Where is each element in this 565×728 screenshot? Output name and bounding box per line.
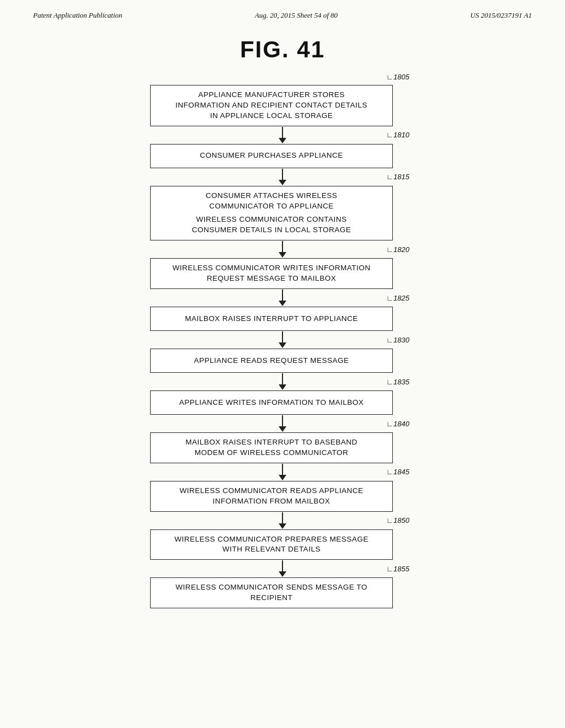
arrow-vertical-line xyxy=(282,241,283,252)
arrow-line xyxy=(279,331,286,348)
patent-page: Patent Application Publication Aug. 20, … xyxy=(0,0,565,728)
arrow-line xyxy=(279,241,286,258)
step-1855-wrapper: WIRELESS COMMUNICATOR SENDS MESSAGE TORE… xyxy=(150,577,415,608)
step-1830-wrapper: APPLIANCE READS REQUEST MESSAGE xyxy=(150,349,415,373)
arrow-line xyxy=(279,464,286,480)
step-1815-line2: WIRELESS COMMUNICATOR CONTAINSCONSUMER D… xyxy=(192,215,351,235)
step-number-1855: ∟1855 xyxy=(386,565,409,573)
step-1815-wrapper: CONSUMER ATTACHES WIRELESSCOMMUNICATOR T… xyxy=(150,186,415,241)
arrow-line xyxy=(279,169,286,185)
step-1810-wrapper: CONSUMER PURCHASES APPLIANCE xyxy=(150,144,415,168)
step-number-1835: ∟1835 xyxy=(386,378,409,386)
arrowhead xyxy=(279,301,286,306)
step-box-1815: CONSUMER ATTACHES WIRELESSCOMMUNICATOR T… xyxy=(150,186,393,241)
arrow-vertical-line xyxy=(282,373,283,384)
step-box-1835: APPLIANCE WRITES INFORMATION TO MAILBOX xyxy=(150,390,393,415)
step-number-1830: ∟1830 xyxy=(386,336,409,344)
label-area-1805: ∟1805 xyxy=(150,73,415,84)
arrow-vertical-line xyxy=(282,290,283,301)
arrow-1840-1845: ∟1845 xyxy=(150,463,415,481)
arrowhead xyxy=(279,426,286,432)
step-box-1850: WIRELESS COMMUNICATOR PREPARES MESSAGEWI… xyxy=(150,529,393,560)
arrow-1810-1815: ∟1815 xyxy=(150,168,415,186)
arrowhead xyxy=(279,384,286,390)
step-1840-wrapper: MAILBOX RAISES INTERRUPT TO BASEBANDMODE… xyxy=(150,432,415,463)
arrow-1835-1840: ∟1840 xyxy=(150,415,415,432)
arrow-vertical-line xyxy=(282,560,283,571)
step-box-1805: APPLIANCE MANUFACTURER STORESINFORMATION… xyxy=(150,85,393,126)
arrowhead xyxy=(279,342,286,348)
step-1815-line1: CONSUMER ATTACHES WIRELESSCOMMUNICATOR T… xyxy=(206,191,337,212)
arrow-line xyxy=(279,415,286,432)
arrow-1805-1810: ∟1810 xyxy=(150,126,415,144)
arrow-vertical-line xyxy=(282,331,283,342)
step-1845-wrapper: WIRELESS COMMUNICATOR READS APPLIANCEINF… xyxy=(150,481,415,512)
arrow-line xyxy=(279,290,286,306)
step-box-1840: MAILBOX RAISES INTERRUPT TO BASEBANDMODE… xyxy=(150,432,393,463)
step-box-1845: WIRELESS COMMUNICATOR READS APPLIANCEINF… xyxy=(150,481,393,512)
step-1835-wrapper: APPLIANCE WRITES INFORMATION TO MAILBOX xyxy=(150,390,415,415)
arrow-1850-1855: ∟1855 xyxy=(150,560,415,577)
step-1825-wrapper: MAILBOX RAISES INTERRUPT TO APPLIANCE xyxy=(150,307,415,331)
arrowhead xyxy=(279,571,286,577)
header-publication: Patent Application Publication xyxy=(33,11,122,20)
arrowhead xyxy=(279,475,286,480)
step-number-1810: ∟1810 xyxy=(386,131,409,139)
arrow-line xyxy=(279,127,286,143)
step-1850-wrapper: WIRELESS COMMUNICATOR PREPARES MESSAGEWI… xyxy=(150,529,415,560)
step-1805-wrapper: APPLIANCE MANUFACTURER STORESINFORMATION… xyxy=(150,85,415,126)
arrow-1845-1850: ∟1850 xyxy=(150,512,415,529)
step-box-1820: WIRELESS COMMUNICATOR WRITES INFORMATION… xyxy=(150,258,393,289)
figure-title: FIG. 41 xyxy=(33,36,532,63)
step-number-1815: ∟1815 xyxy=(386,173,409,181)
arrow-vertical-line xyxy=(282,464,283,475)
arrow-1830-1835: ∟1835 xyxy=(150,373,415,390)
arrowhead xyxy=(279,252,286,258)
step-box-1825: MAILBOX RAISES INTERRUPT TO APPLIANCE xyxy=(150,307,393,331)
arrowhead xyxy=(279,138,286,143)
header-date-sheet: Aug. 20, 2015 Sheet 54 of 80 xyxy=(255,11,338,20)
arrow-1815-1820: ∟1820 xyxy=(150,240,415,258)
arrow-1820-1825: ∟1825 xyxy=(150,289,415,307)
page-header: Patent Application Publication Aug. 20, … xyxy=(33,11,532,20)
arrow-vertical-line xyxy=(282,512,283,523)
arrow-vertical-line xyxy=(282,127,283,138)
arrow-line xyxy=(279,373,286,390)
arrow-line xyxy=(279,560,286,577)
step-number-1850: ∟1850 xyxy=(386,516,409,524)
header-patent-number: US 2015/0237191 A1 xyxy=(470,11,532,20)
arrowhead xyxy=(279,180,286,185)
step-1820-wrapper: WIRELESS COMMUNICATOR WRITES INFORMATION… xyxy=(150,258,415,289)
step-number-1805: ∟1805 xyxy=(386,73,409,81)
arrow-vertical-line xyxy=(282,415,283,426)
step-number-1820: ∟1820 xyxy=(386,245,409,254)
step-box-1855: WIRELESS COMMUNICATOR SENDS MESSAGE TORE… xyxy=(150,577,393,608)
step-number-1825: ∟1825 xyxy=(386,294,409,302)
step-number-1845: ∟1845 xyxy=(386,468,409,476)
step-box-1810: CONSUMER PURCHASES APPLIANCE xyxy=(150,144,393,168)
arrow-vertical-line xyxy=(282,169,283,180)
flowchart: ∟1805 APPLIANCE MANUFACTURER STORESINFOR… xyxy=(33,73,532,608)
arrowhead xyxy=(279,523,286,529)
arrow-1825-1830: ∟1830 xyxy=(150,331,415,349)
step-number-1840: ∟1840 xyxy=(386,420,409,428)
arrow-line xyxy=(279,512,286,529)
step-box-1830: APPLIANCE READS REQUEST MESSAGE xyxy=(150,349,393,373)
